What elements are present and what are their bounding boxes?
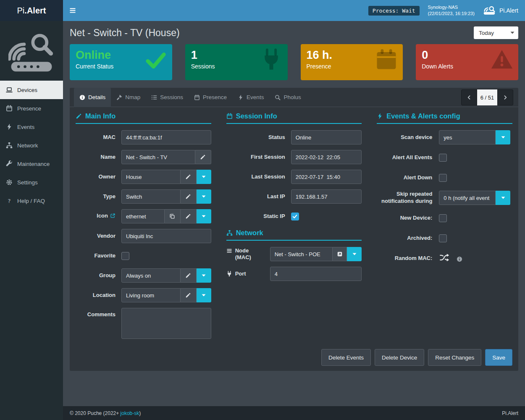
icon-edit-button[interactable] xyxy=(181,209,197,223)
caret-down-icon xyxy=(202,195,206,198)
last-session-input[interactable] xyxy=(291,170,362,184)
scan-device-dropdown-button[interactable] xyxy=(496,130,510,144)
icon-dropdown-button[interactable] xyxy=(197,209,211,223)
new-device-label: New Device: xyxy=(377,215,432,222)
brand-logo[interactable]: Pi.Alert xyxy=(0,0,63,21)
field-row-location: Location xyxy=(76,288,211,302)
type-edit-button[interactable] xyxy=(181,189,197,204)
external-link-icon[interactable] xyxy=(110,213,116,220)
chevron-left-icon xyxy=(466,94,472,100)
location-input[interactable] xyxy=(121,288,181,302)
alert-all-label: Alert All Events xyxy=(377,154,432,161)
prev-device-button[interactable] xyxy=(461,89,477,105)
group-dropdown-button[interactable] xyxy=(197,268,211,283)
alert-down-checkbox[interactable] xyxy=(439,174,447,182)
first-session-input[interactable] xyxy=(291,150,362,164)
card-down-alerts[interactable]: 0 Down Alerts xyxy=(416,44,518,80)
field-row-group: Group xyxy=(76,268,211,283)
page-head: Net - Switch - TV (House) Today xyxy=(63,21,525,43)
shuffle-icon[interactable] xyxy=(439,253,450,263)
node-label-text: Node (MAC) xyxy=(235,247,265,261)
static-ip-checkbox[interactable] xyxy=(291,213,299,220)
sidebar-item-presence[interactable]: Presence xyxy=(0,99,63,118)
group-edit-button[interactable] xyxy=(181,268,197,283)
reset-changes-button[interactable]: Reset Changes xyxy=(428,349,481,366)
alert-all-checkbox[interactable] xyxy=(439,154,447,162)
node-input[interactable] xyxy=(270,247,333,261)
card-sessions[interactable]: 1 Sessions xyxy=(185,44,288,80)
content-area: Net - Switch - TV (House) Today Online C… xyxy=(63,21,525,420)
field-row-first-session: First Session xyxy=(226,150,362,164)
delete-device-button[interactable]: Delete Device xyxy=(375,349,424,366)
location-dropdown-button[interactable] xyxy=(197,288,211,302)
save-button[interactable]: Save xyxy=(485,349,512,366)
sidebar-item-settings[interactable]: Settings xyxy=(0,173,63,192)
skip-notifications-dropdown-button[interactable] xyxy=(496,191,510,205)
info-icon[interactable] xyxy=(457,256,462,264)
sidebar-item-help[interactable]: Help / FAQ xyxy=(0,192,63,210)
caret-down-icon xyxy=(202,274,206,277)
tab-details[interactable]: Details xyxy=(74,88,111,107)
sidebar-item-maintenance[interactable]: Maintenance xyxy=(0,155,63,173)
icon-input[interactable] xyxy=(121,209,165,223)
location-edit-button[interactable] xyxy=(181,288,197,302)
tab-pholus[interactable]: Pholus xyxy=(269,88,306,107)
port-input[interactable] xyxy=(270,267,362,281)
last-session-label: Last Session xyxy=(226,173,285,181)
summary-cards: Online Current Status 1 Sessions 16 h. P… xyxy=(63,43,525,80)
mac-input[interactable] xyxy=(121,130,211,144)
sidebar-item-events[interactable]: Events xyxy=(0,118,63,136)
icon-copy-button[interactable] xyxy=(165,209,181,223)
time-range-value: Today xyxy=(479,30,494,36)
card-current-status[interactable]: Online Current Status xyxy=(70,44,172,80)
footer-author-link[interactable]: jokob-sk xyxy=(121,410,139,416)
tab-presence[interactable]: Presence xyxy=(189,88,232,107)
pencil-icon xyxy=(185,194,191,200)
router-icon xyxy=(483,5,496,16)
type-input[interactable] xyxy=(121,189,181,204)
name-edit-button[interactable] xyxy=(195,150,211,164)
last-ip-input[interactable] xyxy=(291,189,362,204)
owner-input[interactable] xyxy=(121,170,181,184)
tab-sessions[interactable]: Sessions xyxy=(146,88,189,107)
brand-bold: .Alert xyxy=(24,6,46,16)
node-open-button[interactable] xyxy=(333,247,347,261)
events-alerts-heading: Events & Alerts config xyxy=(377,112,512,124)
owner-edit-button[interactable] xyxy=(181,170,197,184)
card-presence[interactable]: 16 h. Presence xyxy=(301,44,403,80)
field-row-mac: MAC xyxy=(76,130,211,144)
node-dropdown-button[interactable] xyxy=(347,247,362,261)
tab-label: Details xyxy=(88,94,105,100)
section-title-text: Main Info xyxy=(85,112,116,120)
tab-nmap[interactable]: Nmap xyxy=(111,88,146,107)
question-icon xyxy=(5,197,13,204)
info-icon xyxy=(79,94,85,100)
vendor-input[interactable] xyxy=(121,229,211,243)
random-mac-label: Random MAC: xyxy=(377,255,432,262)
group-input[interactable] xyxy=(121,268,181,283)
sidebar-item-devices[interactable]: Devices xyxy=(0,81,63,99)
sidebar-item-network[interactable]: Network xyxy=(0,136,63,155)
pencil-icon xyxy=(200,154,206,160)
scan-device-select[interactable] xyxy=(439,130,496,144)
favorite-checkbox[interactable] xyxy=(121,252,129,260)
name-input[interactable] xyxy=(121,150,195,164)
type-dropdown-button[interactable] xyxy=(197,189,211,204)
field-row-new-device: New Device: xyxy=(377,211,512,225)
sidebar-toggle-button[interactable] xyxy=(63,0,82,21)
gear-icon xyxy=(5,179,13,186)
comments-textarea[interactable] xyxy=(121,308,211,339)
skip-notifications-select[interactable] xyxy=(439,191,496,205)
status-input[interactable] xyxy=(291,130,362,144)
owner-dropdown-button[interactable] xyxy=(197,170,211,184)
next-device-button[interactable] xyxy=(497,89,513,105)
archived-checkbox[interactable] xyxy=(439,234,447,242)
top-header: Pi.Alert Process: Wait Synology-NAS (22/… xyxy=(0,0,525,21)
delete-events-button[interactable]: Delete Events xyxy=(321,349,371,366)
tab-events[interactable]: Events xyxy=(232,88,269,107)
caret-down-icon xyxy=(352,253,357,255)
time-range-select[interactable]: Today xyxy=(474,26,518,39)
footer-text: ) xyxy=(139,410,141,416)
new-device-checkbox[interactable] xyxy=(439,214,447,222)
pencil-icon xyxy=(185,273,191,278)
